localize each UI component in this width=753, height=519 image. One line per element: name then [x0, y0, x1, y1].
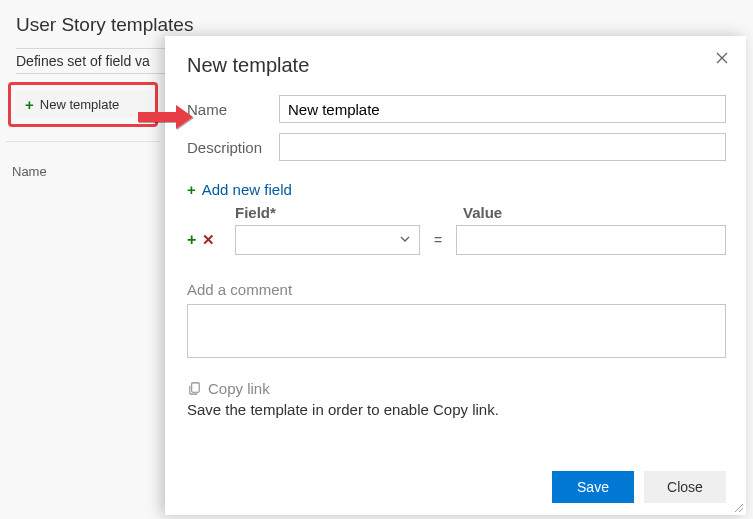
- column-divider: [6, 141, 160, 142]
- new-template-button-label: New template: [40, 97, 119, 112]
- add-new-field-link[interactable]: + Add new field: [187, 181, 292, 198]
- dialog-title: New template: [187, 54, 726, 77]
- name-row: Name: [187, 95, 726, 123]
- column-header-name: Name: [8, 146, 158, 185]
- field-row-actions: + ✕: [187, 231, 227, 249]
- field-column-header: Field*: [235, 204, 425, 221]
- close-dialog-button[interactable]: [714, 50, 732, 68]
- value-column-header: Value: [463, 204, 502, 221]
- dialog-footer: Save Close: [187, 455, 726, 503]
- plus-icon: +: [187, 182, 196, 197]
- field-select[interactable]: [235, 225, 420, 255]
- fields-section: + Add new field Field* Value + ✕ =: [187, 181, 726, 255]
- name-input[interactable]: [279, 95, 726, 123]
- close-icon: [714, 50, 730, 66]
- description-input[interactable]: [279, 133, 726, 161]
- name-label: Name: [187, 101, 279, 118]
- description-row: Description: [187, 133, 726, 161]
- comment-label: Add a comment: [187, 281, 726, 298]
- copy-link-hint: Save the template in order to enable Cop…: [187, 401, 726, 418]
- field-row: + ✕ =: [187, 225, 726, 255]
- left-column: + New template Name: [8, 82, 158, 185]
- resize-grip-icon[interactable]: [732, 501, 744, 513]
- add-row-icon[interactable]: +: [187, 231, 196, 249]
- callout-arrow-icon: [136, 104, 194, 130]
- comment-input[interactable]: [187, 304, 726, 358]
- field-headers: Field* Value: [187, 204, 726, 221]
- description-label: Description: [187, 139, 279, 156]
- equals-label: =: [428, 232, 448, 248]
- field-value-input[interactable]: [456, 225, 726, 255]
- add-new-field-label: Add new field: [202, 181, 292, 198]
- plus-icon: +: [25, 97, 34, 112]
- page-title: User Story templates: [16, 14, 737, 36]
- close-button[interactable]: Close: [644, 471, 726, 503]
- chevron-down-icon: [399, 233, 411, 245]
- copy-link-label: Copy link: [208, 380, 270, 397]
- svg-rect-0: [192, 383, 200, 392]
- new-template-button[interactable]: + New template: [15, 91, 151, 118]
- copy-link-icon: [187, 381, 202, 396]
- new-template-dialog: New template Name Description + Add new …: [165, 36, 746, 515]
- copy-link-row: Copy link: [187, 380, 726, 397]
- remove-row-icon[interactable]: ✕: [202, 231, 215, 249]
- save-button[interactable]: Save: [552, 471, 634, 503]
